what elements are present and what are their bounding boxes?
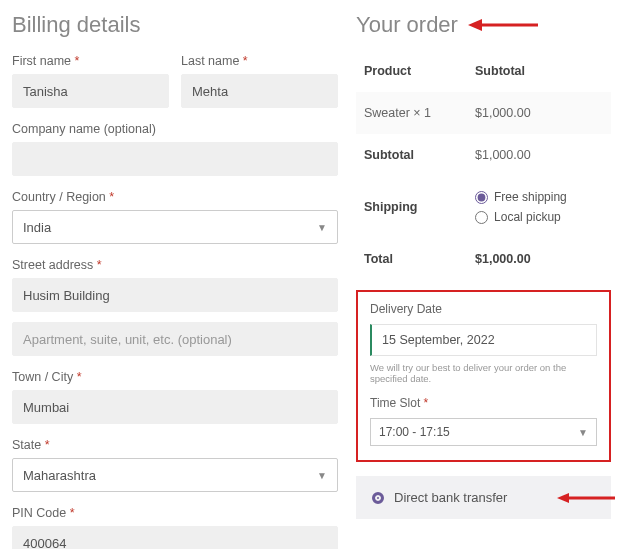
order-section: Your order Product Subtotal Sweater × 1 … — [356, 12, 611, 549]
table-row: Sweater × 1 $1,000.00 — [356, 92, 611, 134]
col-product: Product — [356, 50, 467, 92]
svg-marker-1 — [468, 19, 482, 31]
order-heading: Your order — [356, 12, 458, 38]
time-slot-select[interactable]: 17:00 - 17:15 ▼ — [370, 418, 597, 446]
street-input[interactable] — [12, 278, 338, 312]
time-slot-label: Time Slot * — [370, 396, 597, 410]
delivery-note: We will try our best to deliver your ord… — [370, 362, 597, 384]
first-name-input[interactable] — [12, 74, 169, 108]
billing-section: Billing details First name * Last name *… — [12, 12, 338, 549]
svg-marker-3 — [557, 493, 569, 503]
country-select[interactable]: India ▼ — [12, 210, 338, 244]
state-select[interactable]: Maharashtra ▼ — [12, 458, 338, 492]
pin-label: PIN Code * — [12, 506, 338, 520]
table-row: Shipping Free shipping Local pickup — [356, 176, 611, 238]
last-name-input[interactable] — [181, 74, 338, 108]
shipping-radio-pickup[interactable] — [475, 211, 488, 224]
last-name-label: Last name * — [181, 54, 338, 68]
chevron-down-icon: ▼ — [317, 470, 327, 481]
payment-method-option[interactable]: Direct bank transfer — [356, 476, 611, 519]
street2-input[interactable] — [12, 322, 338, 356]
first-name-label: First name * — [12, 54, 169, 68]
chevron-down-icon: ▼ — [317, 222, 327, 233]
town-label: Town / City * — [12, 370, 338, 384]
town-input[interactable] — [12, 390, 338, 424]
delivery-date-input[interactable]: 15 September, 2022 — [370, 324, 597, 356]
chevron-down-icon: ▼ — [578, 427, 588, 438]
col-subtotal: Subtotal — [467, 50, 611, 92]
company-input[interactable] — [12, 142, 338, 176]
shipping-option-pickup[interactable]: Local pickup — [475, 210, 603, 224]
table-row: Total $1,000.00 — [356, 238, 611, 280]
pin-input[interactable] — [12, 526, 338, 549]
street-label: Street address * — [12, 258, 338, 272]
order-summary-table: Product Subtotal Sweater × 1 $1,000.00 S… — [356, 50, 611, 280]
billing-heading: Billing details — [12, 12, 338, 38]
company-label: Company name (optional) — [12, 122, 338, 136]
payment-method-label: Direct bank transfer — [394, 490, 507, 505]
shipping-radio-free[interactable] — [475, 191, 488, 204]
delivery-date-label: Delivery Date — [370, 302, 597, 316]
country-label: Country / Region * — [12, 190, 338, 204]
shipping-option-free[interactable]: Free shipping — [475, 190, 603, 204]
delivery-box: Delivery Date 15 September, 2022 We will… — [356, 290, 611, 462]
state-label: State * — [12, 438, 338, 452]
table-row: Subtotal $1,000.00 — [356, 134, 611, 176]
arrow-annotation-icon — [557, 491, 615, 505]
payment-radio-icon — [372, 492, 384, 504]
arrow-annotation-icon — [468, 17, 538, 33]
